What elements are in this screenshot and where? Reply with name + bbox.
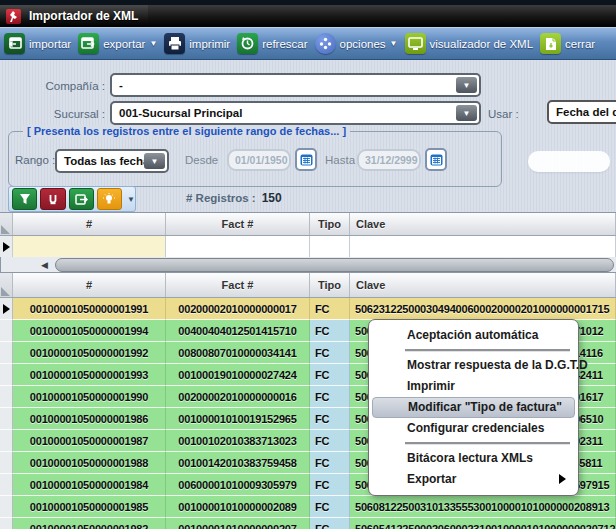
- cell-fact[interactable]: 00800807010000034141: [166, 342, 310, 364]
- menu-item[interactable]: Bitácora lectura XMLs: [372, 448, 575, 469]
- hasta-calendar-icon[interactable]: [425, 148, 447, 171]
- column-header-num[interactable]: #: [13, 213, 166, 235]
- cell-tipo[interactable]: FC: [310, 430, 350, 452]
- column-header-num[interactable]: #: [13, 273, 166, 297]
- menu-item[interactable]: Imprimir: [372, 376, 575, 397]
- menu-item[interactable]: Configurar credenciales: [372, 418, 575, 439]
- row-marker: [0, 518, 13, 529]
- cell-tipo[interactable]: FC: [310, 474, 350, 496]
- imprimir-button[interactable]: imprimir: [164, 33, 230, 54]
- power-icon[interactable]: [40, 188, 65, 210]
- cell-num[interactable]: 00100001050000001990: [13, 386, 166, 408]
- rango-dropdown-icon[interactable]: ▼: [144, 153, 165, 169]
- cell-tipo[interactable]: FC: [310, 408, 350, 430]
- grid-corner-cell[interactable]: [0, 213, 13, 235]
- desde-label: Desde: [185, 154, 218, 166]
- hasta-input[interactable]: 31/12/2999: [357, 149, 421, 171]
- cell-num[interactable]: 00100001050000001982: [13, 518, 166, 529]
- cell-tipo[interactable]: FC: [310, 452, 350, 474]
- cell-fact[interactable]: 00100019010000027424: [166, 364, 310, 386]
- cell-clave[interactable]: 5060541225000206000231001000010100000002…: [350, 518, 616, 529]
- importar-label: importar: [29, 38, 71, 50]
- cell-num[interactable]: 00100001050000001993: [13, 364, 166, 386]
- record-count: # Registros : 150: [186, 191, 282, 205]
- cell-fact[interactable]: 00100001010000000207: [166, 518, 310, 529]
- cell-num[interactable]: 00100001050000001988: [13, 452, 166, 474]
- monitor-icon: [405, 33, 426, 54]
- cell-tipo[interactable]: FC: [310, 342, 350, 364]
- horizontal-scrollbar[interactable]: ◀: [0, 257, 616, 272]
- visualizador-button[interactable]: visualizador de XML: [405, 33, 534, 54]
- column-header-tipo[interactable]: Tipo: [310, 273, 350, 297]
- cell-tipo[interactable]: FC: [310, 298, 350, 320]
- imprimir-label: imprimir: [189, 38, 230, 50]
- cell-num[interactable]: 00100001050000001987: [13, 430, 166, 452]
- branch-dropdown-icon[interactable]: ▼: [456, 105, 477, 121]
- grid-corner-cell[interactable]: [0, 273, 13, 297]
- cell-tipo[interactable]: FC: [310, 518, 350, 529]
- cell-num[interactable]: 00100001050000001984: [13, 474, 166, 496]
- menu-item[interactable]: Modificar "Tipo de factura": [372, 397, 575, 418]
- branch-label: Sucursal :: [0, 108, 105, 120]
- cell-fact[interactable]: 00400404012501415710: [166, 320, 310, 342]
- company-dropdown-icon[interactable]: ▼: [456, 77, 477, 93]
- column-header-tipo[interactable]: Tipo: [310, 213, 350, 235]
- filter-icon[interactable]: [12, 188, 37, 210]
- filter-cell-clave[interactable]: [350, 236, 616, 259]
- menu-item[interactable]: Exportar: [372, 469, 575, 490]
- cell-clave[interactable]: 5062312250003049400600020000201000000001…: [350, 298, 616, 320]
- scroll-left-icon[interactable]: ◀: [41, 260, 48, 270]
- usar-field[interactable]: Fecha del doc: [547, 100, 616, 124]
- cell-fact[interactable]: 00200002010000000016: [166, 386, 310, 408]
- column-header-clave[interactable]: Clave: [350, 273, 616, 297]
- cell-num[interactable]: 00100001050000001986: [13, 408, 166, 430]
- filter-cell-fact[interactable]: [166, 236, 310, 259]
- desde-input[interactable]: 01/01/1950: [227, 149, 291, 171]
- cerrar-button[interactable]: cerrar: [540, 33, 595, 54]
- column-header-fact[interactable]: Fact #: [166, 213, 310, 235]
- cell-fact[interactable]: 00200002010000000017: [166, 298, 310, 320]
- menu-item[interactable]: Mostrar respuesta de la D.G.T.D: [372, 355, 575, 376]
- cell-tipo[interactable]: FC: [310, 364, 350, 386]
- column-header-clave[interactable]: Clave: [350, 213, 616, 235]
- opciones-button[interactable]: opciones ▼: [315, 33, 398, 54]
- cell-tipo[interactable]: FC: [310, 386, 350, 408]
- cell-tipo[interactable]: FC: [310, 496, 350, 518]
- scrollbar-thumb[interactable]: [55, 258, 614, 272]
- filter-cell-tipo[interactable]: [310, 236, 350, 259]
- cell-fact[interactable]: 00100142010383759458: [166, 452, 310, 474]
- exportar-button[interactable]: exportar ▼: [78, 33, 157, 54]
- column-header-fact[interactable]: Fact #: [166, 273, 310, 297]
- importar-button[interactable]: importar: [4, 33, 71, 54]
- cell-fact[interactable]: 00100102010383713023: [166, 430, 310, 452]
- cell-tipo[interactable]: FC: [310, 320, 350, 342]
- opciones-caret-icon[interactable]: ▼: [390, 39, 398, 48]
- window-title: Importador de XML: [29, 9, 138, 23]
- desde-calendar-icon[interactable]: [295, 148, 317, 171]
- company-label: Compañía :: [0, 80, 105, 92]
- table-row[interactable]: 00100001050000001991 0020000201000000001…: [0, 298, 616, 320]
- table-row[interactable]: 00100001050000001985 0010000101000000208…: [0, 496, 616, 518]
- menu-item[interactable]: Aceptación automática: [372, 325, 575, 346]
- export-window-icon[interactable]: [69, 188, 94, 210]
- bulb-icon[interactable]: [97, 188, 122, 210]
- exportar-caret-icon[interactable]: ▼: [149, 39, 157, 48]
- table-row[interactable]: 00100001050000001982 0010000101000000020…: [0, 518, 616, 529]
- row-marker: [0, 386, 13, 408]
- cell-num[interactable]: 00100001050000001985: [13, 496, 166, 518]
- submenu-arrow-icon: [559, 474, 566, 484]
- cell-clave[interactable]: 5060812250031013355530010000101000000208…: [350, 496, 616, 518]
- cell-fact[interactable]: 00100001010019152965: [166, 408, 310, 430]
- cell-fact[interactable]: 00600001010009305979: [166, 474, 310, 496]
- cell-fact[interactable]: 00100001010000002089: [166, 496, 310, 518]
- cell-num[interactable]: 00100001050000001994: [13, 320, 166, 342]
- refrescar-button[interactable]: refrescar: [237, 33, 307, 54]
- grid-toolbar-caret-icon[interactable]: ▼: [127, 195, 135, 204]
- branch-select[interactable]: 001-Sucursal Principal ▼: [110, 101, 481, 125]
- cell-num[interactable]: 00100001050000001992: [13, 342, 166, 364]
- filter-cell-num[interactable]: [13, 236, 166, 259]
- opciones-label: opciones: [340, 38, 386, 50]
- app-icon: [6, 9, 21, 24]
- rango-select[interactable]: Todas las fechas ▼: [55, 149, 169, 173]
- cell-num[interactable]: 00100001050000001991: [13, 298, 166, 320]
